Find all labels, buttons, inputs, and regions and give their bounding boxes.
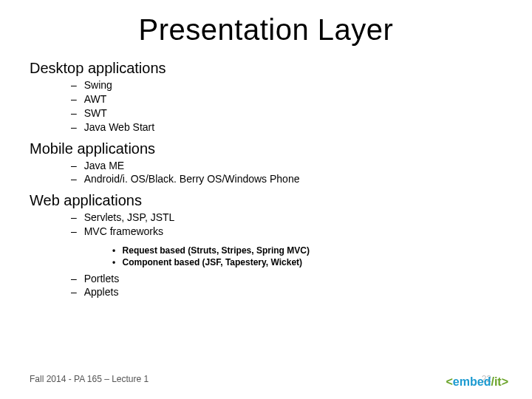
- section-heading-desktop: Desktop applications: [30, 60, 502, 77]
- list-item: AWT: [71, 92, 502, 106]
- section-heading-web: Web applications: [30, 192, 502, 209]
- footer-text: Fall 2014 - PA 165 – Lecture 1: [30, 374, 149, 384]
- mobile-list: Java ME Android/i. OS/Black. Berry OS/Wi…: [30, 159, 502, 187]
- section-heading-mobile: Mobile applications: [30, 140, 502, 157]
- logo-gt: >: [502, 375, 508, 388]
- logo-embed: embed: [453, 375, 491, 388]
- desktop-list: Swing AWT SWT Java Web Start: [30, 78, 502, 134]
- list-item: SWT: [71, 106, 502, 120]
- list-item: MVC frameworks: [71, 225, 502, 239]
- list-item: Component based (JSF, Tapestery, Wicket): [112, 256, 502, 268]
- web-sublist: Request based (Struts, Stripes, Spring M…: [30, 245, 502, 268]
- slide-title: Presentation Layer: [30, 13, 502, 47]
- logo-lt: <: [446, 375, 453, 388]
- list-item: Request based (Struts, Stripes, Spring M…: [112, 245, 502, 256]
- slide: Presentation Layer Desktop applications …: [0, 0, 532, 399]
- list-item: Servlets, JSP, JSTL: [71, 211, 502, 225]
- web-list-post: Portlets Applets: [30, 272, 502, 300]
- embedit-logo: <embed/it>: [446, 375, 509, 389]
- list-item: Android/i. OS/Black. Berry OS/Windows Ph…: [71, 172, 502, 186]
- list-item: Java Web Start: [71, 120, 502, 134]
- list-item: Swing: [71, 78, 502, 92]
- list-item: Java ME: [71, 159, 502, 173]
- logo-it: it: [494, 375, 502, 388]
- list-item: Portlets: [71, 272, 502, 286]
- list-item: Applets: [71, 285, 502, 299]
- web-list-pre: Servlets, JSP, JSTL MVC frameworks: [30, 211, 502, 239]
